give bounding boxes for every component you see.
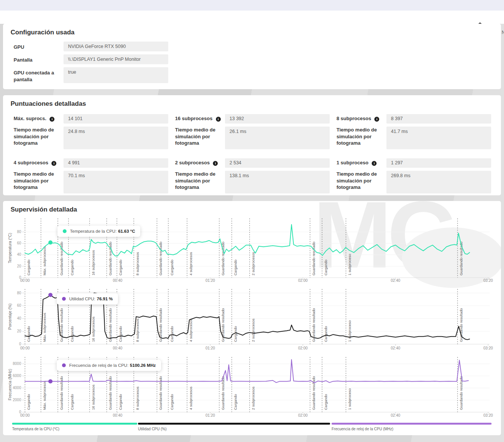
avg-sim-time-value: 269.8 ms [386, 171, 491, 193]
legend-swatch [138, 423, 330, 425]
svg-text:8 subprocesos: 8 subprocesos [135, 252, 140, 275]
svg-text:Cargando: Cargando [324, 326, 328, 342]
avg-sim-time-value: 24.8 ms [64, 127, 168, 149]
svg-text:Frecuencia (MHz): Frecuencia (MHz) [8, 369, 12, 400]
tooltip-value: 5100.26 MHz [130, 363, 156, 368]
config-value: \\.\DISPLAY1 Generic PnP Monitor [64, 54, 168, 64]
legend-item-cpu-temperature[interactable]: Temperatura de la CPU (°C) [12, 423, 137, 431]
series-dot-icon [62, 363, 66, 367]
hover-marker [48, 293, 53, 297]
svg-text:8 subprocesos: 8 subprocesos [135, 386, 140, 410]
config-value: NVIDIA GeForce RTX 5090 [64, 42, 168, 51]
svg-text:40: 40 [17, 316, 22, 320]
svg-text:60: 60 [17, 303, 22, 308]
svg-text:Cargando: Cargando [170, 394, 174, 410]
svg-text:2 subprocesos: 2 subprocesos [251, 318, 255, 342]
svg-text:02:00: 02:00 [298, 413, 307, 417]
score-value: 8 397 [386, 114, 491, 124]
svg-text:Guardando resultado: Guardando resultado [158, 242, 163, 275]
svg-text:1 subproceso: 1 subproceso [347, 320, 352, 342]
info-icon[interactable]: i [216, 117, 221, 122]
score-label: Máx. suprocs. i [14, 114, 64, 124]
svg-text:Guardando resultado: Guardando resultado [59, 242, 64, 275]
config-row: Pantalla \\.\DISPLAY1 Generic PnP Monito… [14, 54, 501, 64]
legend-item-cpu-frequency[interactable]: Frecuencia de reloj de la CPU (MHz) [332, 423, 492, 431]
score-value: 4 991 [64, 158, 168, 168]
configuration-rows: GPU NVIDIA GeForce RTX 5090 Pantalla \\.… [3, 36, 501, 83]
svg-text:Temperatura (°C): Temperatura (°C) [8, 233, 12, 263]
hover-marker [48, 379, 53, 383]
score-group: 2 subprocesos i 2 534 Tiempo medio de si… [175, 158, 337, 193]
navbar: INICIO BEN [0, 11, 504, 24]
score-group: 4 subprocesos i 4 991 Tiempo medio de si… [14, 158, 175, 193]
legend-swatch [332, 423, 492, 425]
score-grid: Máx. suprocs. i 14 101 Tiempo medio de s… [3, 108, 501, 193]
score-group: 1 subproceso i 1 297 Tiempo medio de sim… [337, 158, 498, 193]
config-label: GPU [14, 42, 64, 51]
section-title: Configuración usada [3, 24, 501, 36]
svg-text:Cargando: Cargando [70, 326, 74, 342]
info-icon[interactable]: i [51, 161, 56, 166]
info-icon[interactable]: i [374, 117, 379, 122]
svg-text:80: 80 [17, 291, 22, 295]
hover-marker [48, 240, 53, 244]
svg-text:00:00: 00:00 [20, 413, 29, 417]
scores-card: Puntuaciones detalladas Máx. suprocs. i … [3, 95, 501, 195]
svg-text:Cargando: Cargando [324, 394, 328, 410]
svg-text:02:00: 02:00 [298, 346, 307, 350]
legend-label: Temperatura de la CPU (°C) [12, 427, 137, 431]
avg-sim-time-value: 138.1 ms [225, 171, 330, 193]
config-label: GPU conectada a pantalla [14, 67, 64, 83]
svg-text:Guardando resultado: Guardando resultado [459, 242, 463, 275]
svg-text:6000: 6000 [13, 374, 22, 378]
svg-text:01:20: 01:20 [205, 413, 215, 417]
svg-text:Máx. subprocesos: Máx. subprocesos [42, 381, 47, 410]
score-group: 8 subprocesos i 8 397 Tiempo medio de si… [337, 114, 498, 149]
avg-sim-time-value: 41.7 ms [386, 127, 491, 149]
score-label: 16 subprocesos i [175, 114, 225, 124]
svg-text:01:20: 01:20 [205, 278, 215, 283]
score-group: Máx. suprocs. i 14 101 Tiempo medio de s… [14, 114, 175, 149]
config-label: Pantalla [14, 54, 64, 64]
score-value: 1 297 [386, 158, 491, 168]
svg-text:16 subprocesos: 16 subprocesos [91, 317, 95, 342]
svg-text:2 subprocesos: 2 subprocesos [251, 386, 255, 410]
svg-text:00:40: 00:40 [113, 278, 122, 283]
avg-sim-time-value: 26.1 ms [225, 127, 330, 149]
svg-text:Cargando: Cargando [26, 394, 31, 410]
chart-tooltip-cpu-utilization: Utilidad CPU:76.91 % [57, 293, 118, 304]
score-value: 14 101 [64, 114, 168, 124]
svg-text:4 subprocesos: 4 subprocesos [189, 386, 193, 410]
svg-text:16 subprocesos: 16 subprocesos [91, 385, 95, 410]
score-value: 13 392 [225, 114, 330, 124]
section-title: Puntuaciones detalladas [3, 95, 501, 108]
top-strip [0, 0, 504, 11]
chart-tooltip-cpu-frequency: Frecuencia de reloj de la CPU:5100.26 MH… [57, 360, 161, 371]
svg-text:03:20: 03:20 [483, 278, 493, 283]
info-icon[interactable]: i [372, 161, 377, 166]
svg-text:Guardando resultado: Guardando resultado [221, 242, 225, 275]
info-icon[interactable]: i [213, 161, 218, 166]
svg-text:Cargando: Cargando [324, 260, 328, 275]
page: INICIO BEN Configuración usada GPU NVIDI… [0, 0, 504, 442]
svg-text:8000: 8000 [13, 362, 22, 366]
svg-text:4 subprocesos: 4 subprocesos [189, 252, 193, 275]
info-icon[interactable]: i [50, 117, 54, 122]
svg-text:1 subproceso: 1 subproceso [347, 388, 352, 410]
svg-text:03:20: 03:20 [483, 346, 493, 350]
svg-text:Cargando: Cargando [26, 326, 31, 342]
score-label: 4 subprocesos i [14, 158, 64, 168]
svg-text:1 subproceso: 1 subproceso [347, 254, 352, 275]
svg-text:Cargando: Cargando [118, 326, 123, 342]
tooltip-label: Utilidad CPU: [69, 297, 95, 301]
svg-text:02:40: 02:40 [391, 278, 400, 283]
legend-swatch [12, 423, 137, 425]
svg-text:40: 40 [17, 252, 22, 257]
svg-text:Guardando resultado: Guardando resultado [158, 308, 163, 342]
svg-text:2000: 2000 [13, 398, 22, 402]
svg-text:Guardando resultado: Guardando resultado [312, 242, 316, 275]
legend-item-cpu-utilization[interactable]: Utilidad CPU (%) [138, 423, 330, 431]
svg-text:01:20: 01:20 [205, 346, 215, 350]
svg-text:16 subprocesos: 16 subprocesos [91, 250, 95, 275]
svg-text:00:40: 00:40 [113, 413, 122, 417]
